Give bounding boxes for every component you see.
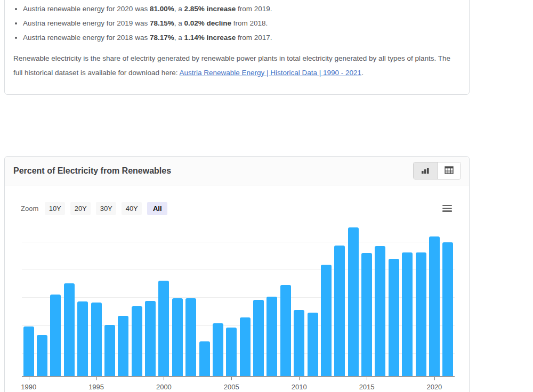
- summary-list: Austria renewable energy for 2020 was 81…: [13, 2, 461, 45]
- x-axis-label-2010: 2010: [292, 383, 307, 391]
- chart-title: Percent of Electricity from Renewables: [13, 166, 171, 176]
- x-axis-tick-2005: [231, 377, 232, 380]
- bar-1999[interactable]: [145, 301, 156, 376]
- bar-2007[interactable]: [253, 300, 264, 377]
- bar-2017[interactable]: [389, 259, 399, 376]
- summary-bullet: Austria renewable energy for 2018 was 78…: [23, 30, 461, 45]
- view-toggle: [413, 162, 461, 179]
- bar-2001[interactable]: [172, 298, 183, 376]
- bar-1997[interactable]: [118, 316, 128, 376]
- bar-2020[interactable]: [429, 236, 440, 376]
- x-axis-tick-2020: [434, 377, 435, 380]
- paragraph-text-end: .: [361, 69, 364, 77]
- bar-2000[interactable]: [158, 281, 169, 376]
- range-button-all[interactable]: All: [147, 202, 167, 215]
- bar-2002[interactable]: [185, 298, 196, 376]
- bar-2012[interactable]: [321, 265, 332, 377]
- chart-plot: 1990199520002005201020152020: [22, 224, 455, 377]
- bar-2013[interactable]: [334, 246, 345, 376]
- chart-card: Percent of Electricity from Renewables: [4, 156, 470, 392]
- zoom-range-buttons: 10Y20Y30Y40YAll: [45, 202, 173, 215]
- bar-2016[interactable]: [375, 246, 385, 376]
- bar-2006[interactable]: [240, 317, 251, 376]
- bar-1993[interactable]: [64, 283, 75, 376]
- x-axis-tick-2000: [164, 377, 164, 380]
- table-icon: [445, 166, 454, 176]
- x-axis-label-1990: 1990: [21, 383, 36, 391]
- x-axis-label-2015: 2015: [359, 383, 375, 391]
- bar-1991[interactable]: [37, 335, 47, 377]
- bar-2021[interactable]: [442, 242, 453, 376]
- summary-bullet: Austria renewable energy for 2020 was 81…: [23, 2, 461, 16]
- summary-paragraph: Renewable electricity is the share of el…: [13, 51, 461, 80]
- bar-2003[interactable]: [199, 341, 210, 376]
- chart-header: Percent of Electricity from Renewables: [5, 157, 469, 185]
- x-axis-label-2020: 2020: [426, 383, 442, 391]
- x-axis-label-2005: 2005: [224, 383, 239, 391]
- range-button-30y[interactable]: 30Y: [96, 202, 116, 215]
- range-button-10y[interactable]: 10Y: [45, 202, 65, 215]
- zoom-toolbar: Zoom 10Y20Y30Y40YAll: [21, 201, 452, 215]
- range-button-20y[interactable]: 20Y: [70, 202, 91, 215]
- chart-view-button[interactable]: [414, 162, 437, 179]
- range-button-40y[interactable]: 40Y: [122, 202, 142, 215]
- bar-1990[interactable]: [23, 326, 34, 376]
- page: Austria renewable energy for 2020 was 81…: [0, 0, 533, 392]
- x-axis-tick-2015: [367, 377, 367, 380]
- zoom-label: Zoom: [21, 205, 38, 213]
- x-axis-tick-1990: [29, 377, 29, 380]
- bar-1995[interactable]: [91, 303, 102, 376]
- summary-bullet: Austria renewable energy for 2019 was 78…: [23, 16, 461, 30]
- bar-2010[interactable]: [294, 310, 304, 376]
- bar-2014[interactable]: [348, 227, 359, 376]
- x-axis-label-2000: 2000: [156, 383, 172, 391]
- bar-2009[interactable]: [280, 285, 291, 376]
- bar-2005[interactable]: [226, 328, 237, 376]
- bar-chart-icon: [421, 166, 430, 175]
- x-axis-label-1995: 1995: [88, 383, 104, 391]
- historical-data-link[interactable]: Austria Renewable Energy | Historical Da…: [179, 69, 361, 77]
- bar-2004[interactable]: [213, 323, 223, 377]
- bar-2018[interactable]: [402, 252, 413, 376]
- x-axis-tick-1995: [96, 377, 97, 380]
- x-axis-tick-2010: [299, 377, 300, 380]
- bar-2011[interactable]: [308, 313, 318, 376]
- bar-1992[interactable]: [50, 295, 61, 376]
- hamburger-menu-icon[interactable]: [442, 205, 452, 212]
- bar-1998[interactable]: [132, 306, 142, 376]
- bar-2008[interactable]: [266, 297, 277, 376]
- bar-1994[interactable]: [77, 301, 88, 376]
- gridline-80: [22, 242, 455, 242]
- summary-card: Austria renewable energy for 2020 was 81…: [4, 0, 470, 95]
- bar-2019[interactable]: [416, 252, 426, 376]
- bar-2015[interactable]: [361, 253, 372, 377]
- table-view-button[interactable]: [437, 162, 461, 179]
- bar-1996[interactable]: [104, 325, 115, 376]
